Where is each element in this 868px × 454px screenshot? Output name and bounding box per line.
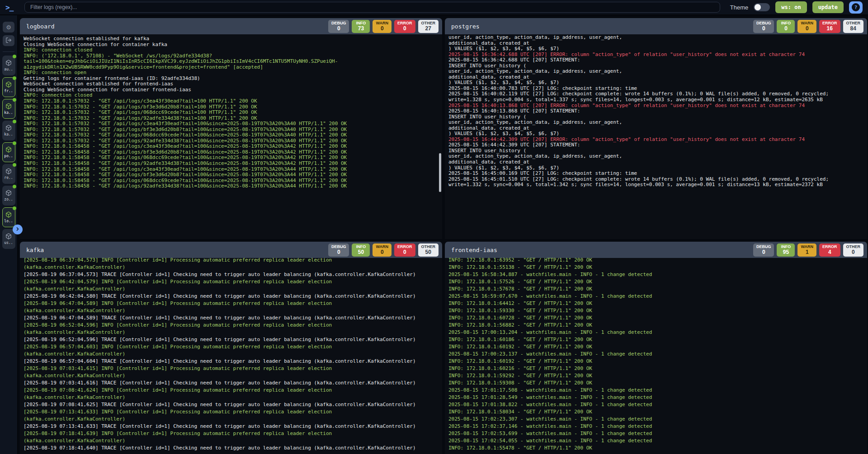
log-line: tail=100&token=eyJhbGciOiJIUzI1NiIsInR5c… — [24, 59, 439, 65]
update-button[interactable]: update — [812, 1, 844, 13]
log-output[interactable]: INFO: 172.18.0.1:63952 - "GET / HTTP/1.1… — [445, 258, 867, 454]
badge-count: 0 — [852, 249, 855, 255]
log-line: [2025-08-19 06:47:04,589] INFO [Controll… — [24, 300, 439, 307]
log-output[interactable]: [2025-08-19 06:37:04,573] INFO [Controll… — [20, 258, 442, 454]
badge-count: 27 — [425, 25, 431, 32]
log-line: 2025-08-15 17:02:23,307 - watchfiles.mai… — [448, 416, 863, 423]
log-line: INFO: 172.18.0.1:64412 - "GET / HTTP/1.1… — [448, 300, 863, 307]
badge-other[interactable]: OTHER 27 — [418, 20, 439, 33]
log-line: [2025-08-19 07:18:41,640] TRACE [Control… — [24, 445, 439, 452]
log-line: [2025-08-19 07:18:41,639] INFO [Controll… — [24, 430, 439, 437]
package-icon — [5, 103, 12, 109]
log-output[interactable]: WebSocket connection established for kaf… — [20, 34, 442, 239]
badge-error[interactable]: ERROR 16 — [819, 20, 840, 33]
log-line: INFO: 172.18.0.1:57032 - "GET /api/logs/… — [24, 132, 439, 138]
help-button[interactable]: ? — [849, 1, 863, 14]
badge-count: 0 — [403, 25, 406, 32]
topbar-actions: Theme ws: on update ? — [730, 1, 863, 14]
badge-warn[interactable]: WARN 0 — [797, 20, 816, 33]
settings-button[interactable]: ⚙ — [3, 22, 14, 33]
badge-count: 0 — [784, 25, 788, 32]
log-line: 2025-08-15 17:02:54,055 - watchfiles.mai… — [448, 437, 863, 445]
log-line: 2025-08-15 17:00:13,204 - watchfiles.mai… — [448, 329, 863, 336]
sidebar-item-ka[interactable]: ka.. — [2, 121, 15, 140]
log-line: INFO: 172.18.0.1:58458 - "GET /api/logs/… — [24, 172, 439, 178]
chevron-right-icon — [15, 226, 20, 233]
log-line: [2025-08-19 06:57:04,603] INFO [Controll… — [24, 343, 439, 351]
badge-error[interactable]: ERROR 0 — [394, 243, 415, 257]
package-icon — [5, 190, 12, 196]
badge-count: 84 — [850, 25, 856, 32]
toggle-knob-icon — [755, 4, 761, 10]
badge-label: WARN — [376, 21, 388, 25]
badge-debug[interactable]: DEBUG 0 — [753, 243, 774, 257]
badge-warn[interactable]: WARN 1 — [797, 243, 816, 257]
log-line: 2025-08-15 17:00:23,137 - watchfiles.mai… — [448, 351, 863, 358]
badge-debug[interactable]: DEBUG 0 — [328, 243, 349, 257]
badge-warn[interactable]: WARN 0 — [373, 20, 392, 33]
package-icon — [5, 60, 12, 66]
terminal-prompt-icon: >_ — [5, 3, 19, 12]
log-line: INFO: 172.18.0.1:60728 - "GET / HTTP/1.1… — [448, 314, 863, 322]
sidebar-item-zo[interactable]: zo.. — [2, 186, 15, 206]
status-dot-icon — [13, 98, 16, 102]
badge-debug[interactable]: DEBUG 0 — [753, 20, 774, 33]
log-line: INFO: 172.18.0.1:55138 - "GET / HTTP/1.1… — [448, 264, 863, 271]
level-badges: DEBUG 0 INFO 73 WARN 0 ERROR 0 OTHER 27 — [328, 20, 439, 33]
theme-toggle[interactable] — [754, 3, 770, 11]
log-line: (kafka.controller.KafkaController) — [24, 394, 439, 401]
logout-icon — [5, 37, 12, 45]
log-output[interactable]: user_id, action_type, action_data, ip_ad… — [445, 34, 867, 239]
badge-info[interactable]: INFO 0 — [777, 20, 795, 33]
filter-input[interactable] — [24, 2, 720, 13]
badge-debug[interactable]: DEBUG 0 — [328, 20, 349, 33]
sidebar-item-ka[interactable]: ka.. — [2, 99, 15, 119]
log-line: INFO: 172.18.0.1:60216 - "GET / HTTP/1.1… — [448, 365, 863, 372]
log-lines: INFO: 172.18.0.1:63952 - "GET / HTTP/1.1… — [448, 258, 863, 452]
log-line: INFO: 172.18.0.1:60192 - "GET / HTTP/1.1… — [448, 358, 863, 365]
logout-button[interactable] — [3, 35, 14, 46]
log-line: [2025-08-19 07:13:41,633] INFO [Controll… — [24, 408, 439, 416]
badge-other[interactable]: OTHER 50 — [418, 243, 439, 257]
ws-status-button[interactable]: ws: on — [775, 1, 807, 13]
log-line: user_id, action_type, action_data, ip_ad… — [448, 69, 863, 75]
log-line: INFO: 172.18.0.1:57526 - "GET / HTTP/1.1… — [448, 278, 863, 286]
log-line: INFO: 172.18.0.1:58034 - "GET / HTTP/1.1… — [448, 408, 863, 416]
panel-title: kafka — [26, 247, 44, 253]
log-line: [2025-08-19 07:03:41,616] TRACE [Control… — [24, 379, 439, 387]
level-badges: DEBUG 0 INFO 0 WARN 0 ERROR 16 OTHER 84 — [753, 20, 863, 33]
log-line: 2025-08-15 17:01:38,822 - watchfiles.mai… — [448, 401, 863, 408]
badge-count: 95 — [783, 249, 789, 255]
sidebar-item-au[interactable]: au.. — [2, 56, 15, 75]
sidebar-item-re[interactable]: re.. — [2, 164, 15, 184]
log-line: 2025-08-15 16:40:13.868 UTC [207] STATEM… — [448, 108, 863, 114]
topbar: >_ Theme ws: on update ? — [0, 0, 868, 15]
sidebar-item-fr[interactable]: fr.. — [2, 77, 15, 97]
badge-warn[interactable]: WARN 0 — [373, 243, 392, 257]
badge-other[interactable]: OTHER 84 — [843, 20, 864, 33]
log-line: additional_data, created_at — [448, 159, 863, 165]
log-line: [2025-08-19 06:42:04,579] INFO [Controll… — [24, 278, 439, 286]
log-line: INFO: connection closed — [24, 47, 439, 53]
badge-info[interactable]: INFO 95 — [777, 243, 795, 257]
badge-label: DEBUG — [756, 21, 771, 25]
theme-label: Theme — [730, 4, 748, 11]
status-dot-icon — [13, 76, 16, 80]
level-badges: DEBUG 0 INFO 50 WARN 0 ERROR 0 OTHER 50 — [328, 243, 439, 257]
badge-label: WARN — [801, 244, 813, 249]
package-icon — [5, 211, 12, 218]
badge-info[interactable]: INFO 50 — [352, 243, 370, 257]
sidebar-item-lo[interactable]: lo.. — [2, 207, 15, 227]
badge-label: OTHER — [421, 21, 436, 25]
badge-info[interactable]: INFO 73 — [352, 20, 370, 33]
status-dot-icon — [13, 185, 16, 188]
badge-count: 50 — [425, 249, 431, 255]
scrollbar-thumb[interactable] — [439, 153, 441, 192]
badge-other[interactable]: OTHER 0 — [843, 243, 864, 257]
sidebar-expand-button[interactable] — [13, 225, 23, 234]
log-line: INFO: 172.18.0.1:57032 - "GET /api/logs/… — [24, 98, 439, 104]
badge-error[interactable]: ERROR 4 — [819, 243, 840, 257]
badge-error[interactable]: ERROR 0 — [394, 20, 415, 33]
sidebar-item-po[interactable]: po.. — [2, 142, 15, 162]
badge-count: 0 — [403, 249, 406, 255]
